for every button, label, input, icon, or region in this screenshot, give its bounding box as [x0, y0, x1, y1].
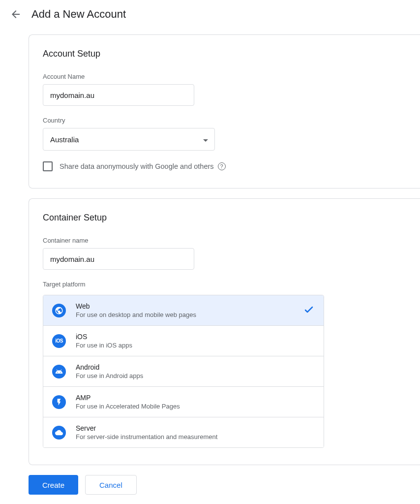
account-name-label: Account Name — [43, 73, 406, 80]
platform-list: Web For use on desktop and mobile web pa… — [43, 295, 324, 448]
page-title: Add a New Account — [31, 8, 126, 21]
back-arrow-icon[interactable] — [10, 8, 22, 20]
target-platform-label: Target platform — [43, 281, 406, 288]
share-data-checkbox[interactable] — [43, 161, 53, 171]
platform-name: Server — [76, 424, 315, 432]
web-icon — [52, 304, 66, 317]
platform-name: iOS — [76, 333, 315, 341]
container-setup-title: Container Setup — [43, 213, 406, 223]
platform-option-web[interactable]: Web For use on desktop and mobile web pa… — [43, 295, 324, 326]
platform-desc: For use in Accelerated Mobile Pages — [76, 403, 315, 410]
platform-desc: For use in iOS apps — [76, 342, 315, 349]
platform-desc: For use on desktop and mobile web pages — [76, 311, 293, 318]
platform-option-ios[interactable]: iOS iOS For use in iOS apps — [43, 326, 324, 356]
country-select[interactable]: Australia — [43, 128, 215, 151]
cancel-button[interactable]: Cancel — [85, 475, 137, 495]
create-button[interactable]: Create — [29, 475, 78, 495]
amp-icon — [52, 395, 66, 409]
check-icon — [303, 304, 315, 317]
account-setup-card: Account Setup Account Name Country Austr… — [29, 34, 420, 189]
platform-name: Android — [76, 363, 315, 371]
ios-icon: iOS — [52, 334, 66, 348]
platform-option-amp[interactable]: AMP For use in Accelerated Mobile Pages — [43, 387, 324, 417]
container-name-input[interactable] — [43, 248, 194, 270]
platform-name: Web — [76, 302, 293, 310]
platform-desc: For use in Android apps — [76, 372, 315, 379]
country-label: Country — [43, 117, 406, 124]
account-setup-title: Account Setup — [43, 49, 406, 59]
platform-name: AMP — [76, 394, 315, 402]
platform-desc: For server-side instrumentation and meas… — [76, 433, 315, 441]
container-name-label: Container name — [43, 237, 406, 244]
platform-option-android[interactable]: Android For use in Android apps — [43, 356, 324, 387]
platform-option-server[interactable]: Server For server-side instrumentation a… — [43, 417, 324, 447]
share-data-label: Share data anonymously with Google and o… — [60, 162, 226, 170]
account-name-input[interactable] — [43, 84, 194, 106]
help-icon[interactable]: ? — [218, 162, 226, 170]
container-setup-card: Container Setup Container name Target pl… — [29, 198, 420, 465]
android-icon — [52, 365, 66, 378]
server-icon — [52, 426, 66, 440]
